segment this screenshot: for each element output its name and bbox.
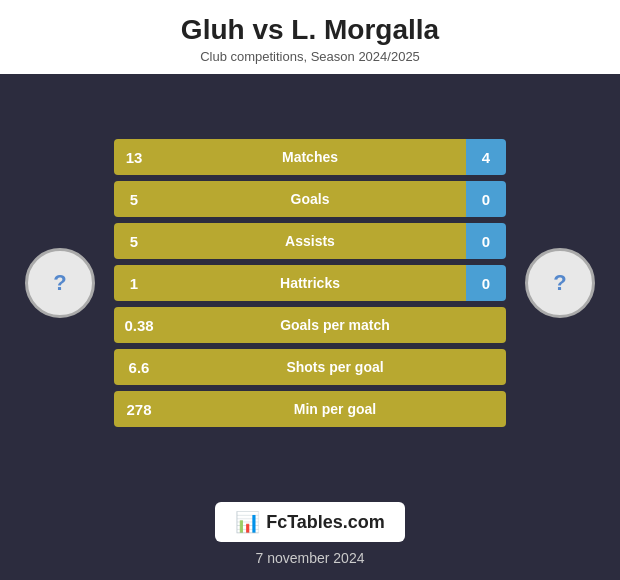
stats-container: 13 Matches 4 5 Goals 0 5 Assists 0 1 Hat…: [110, 139, 510, 427]
assists-label: Assists: [154, 223, 466, 259]
left-team-icon: ?: [53, 270, 66, 296]
shots-per-goal-value: 6.6: [114, 349, 164, 385]
goals-left-value: 5: [114, 181, 154, 217]
goals-label: Goals: [154, 181, 466, 217]
main-content: ? 13 Matches 4 5 Goals 0 5 Assists 0 1: [0, 74, 620, 492]
table-row: 13 Matches 4: [114, 139, 506, 175]
assists-right-value: 0: [466, 223, 506, 259]
header: Gluh vs L. Morgalla Club competitions, S…: [0, 0, 620, 74]
avatar-right: ?: [510, 248, 610, 318]
table-row: 1 Hattricks 0: [114, 265, 506, 301]
goals-right-value: 0: [466, 181, 506, 217]
goals-per-match-label: Goals per match: [164, 307, 506, 343]
footer-date: 7 november 2024: [256, 550, 365, 566]
table-row: 5 Goals 0: [114, 181, 506, 217]
hattricks-label: Hattricks: [154, 265, 466, 301]
right-team-avatar: ?: [525, 248, 595, 318]
min-per-goal-label: Min per goal: [164, 391, 506, 427]
header-subtitle: Club competitions, Season 2024/2025: [20, 49, 600, 64]
page-title: Gluh vs L. Morgalla: [20, 14, 600, 46]
right-team-icon: ?: [553, 270, 566, 296]
table-row: 0.38 Goals per match: [114, 307, 506, 343]
assists-left-value: 5: [114, 223, 154, 259]
logo-icon: 📊: [235, 510, 260, 534]
page-wrapper: Gluh vs L. Morgalla Club competitions, S…: [0, 0, 620, 580]
hattricks-right-value: 0: [466, 265, 506, 301]
logo-section[interactable]: 📊 FcTables.com: [215, 502, 405, 542]
table-row: 5 Assists 0: [114, 223, 506, 259]
avatar-left: ?: [10, 248, 110, 318]
left-team-avatar: ?: [25, 248, 95, 318]
matches-left-value: 13: [114, 139, 154, 175]
table-row: 278 Min per goal: [114, 391, 506, 427]
matches-right-value: 4: [466, 139, 506, 175]
logo-text: FcTables.com: [266, 512, 385, 533]
min-per-goal-value: 278: [114, 391, 164, 427]
hattricks-left-value: 1: [114, 265, 154, 301]
goals-per-match-value: 0.38: [114, 307, 164, 343]
table-row: 6.6 Shots per goal: [114, 349, 506, 385]
shots-per-goal-label: Shots per goal: [164, 349, 506, 385]
matches-label: Matches: [154, 139, 466, 175]
